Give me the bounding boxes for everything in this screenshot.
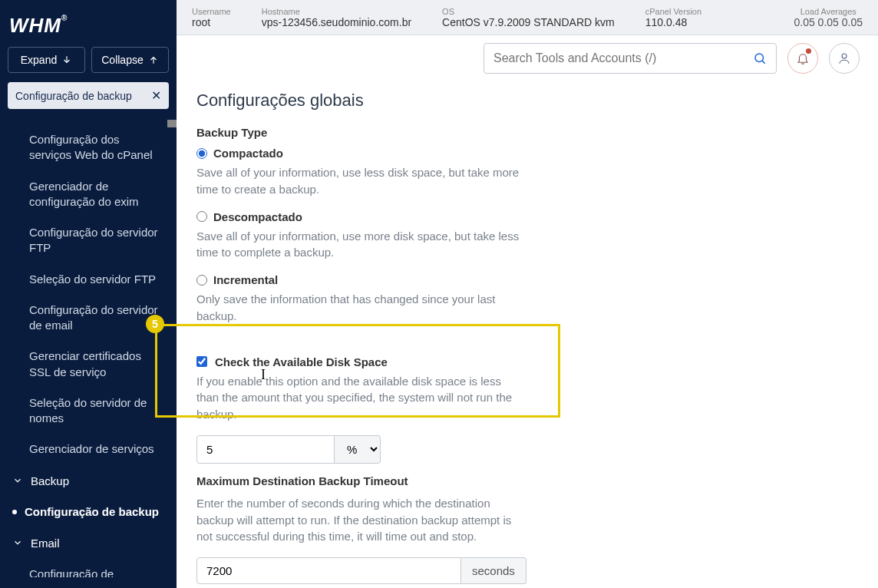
tb-os: OS CentOS v7.9.2009 STANDARD kvm — [442, 7, 615, 28]
sidebar-item-backup-config-active[interactable]: Configuração de backup — [0, 497, 177, 527]
svg-point-0 — [755, 54, 764, 62]
chevron-down-icon — [12, 475, 23, 486]
search-input[interactable] — [493, 51, 753, 65]
timeout-suffix: seconds — [461, 557, 526, 584]
arrow-down-icon — [61, 55, 72, 65]
radio-compactado-desc: Save all of your information, use less d… — [196, 164, 526, 198]
tb-hostname: Hostname vps-123456.seudominio.com.br — [262, 7, 411, 28]
tutorial-step-badge: 5 — [146, 315, 164, 333]
chevron-down-icon — [12, 537, 23, 548]
radio-incremental-row[interactable]: Incremental — [196, 273, 858, 286]
sidebar-item-email-config-partial[interactable]: Configuração de — [0, 559, 177, 577]
check-disk-space-row[interactable]: Check the Available Disk Space — [196, 355, 858, 368]
radio-descompactado-row[interactable]: Descompactado — [196, 210, 858, 223]
radio-descompactado[interactable] — [196, 211, 207, 222]
sidebar-section-email[interactable]: Email — [0, 527, 177, 559]
backup-type-heading: Backup Type — [196, 126, 858, 139]
active-dot-icon — [12, 510, 17, 514]
timeout-desc: Enter the number of seconds during which… — [196, 495, 526, 545]
header-row — [177, 35, 878, 81]
user-icon — [837, 51, 851, 65]
radio-compactado-row[interactable]: Compactado — [196, 147, 858, 160]
global-search[interactable] — [484, 43, 777, 74]
radio-descompactado-desc: Save all of your information, use more d… — [196, 228, 526, 262]
disk-space-value-input[interactable] — [196, 435, 335, 464]
tb-cpanel: cPanel Version 110.0.48 — [645, 7, 701, 28]
sidebar-filter-tag[interactable]: Configuração de backup ✕ — [8, 82, 169, 109]
radio-incremental-desc: Only save the information that has chang… — [196, 291, 526, 325]
whm-logo: WHM® — [9, 14, 68, 37]
sidebar: WHM® Expand Collapse Configuração de bac… — [0, 0, 177, 588]
search-icon[interactable] — [753, 51, 767, 65]
radio-descompactado-label: Descompactado — [213, 210, 302, 223]
check-disk-space[interactable] — [196, 356, 207, 367]
main-content: Configurações globais Backup Type Compac… — [177, 81, 878, 588]
disk-space-unit-select[interactable]: % — [335, 435, 381, 464]
sidebar-item-ftp-selection[interactable]: Seleção do servidor FTP — [0, 264, 177, 295]
arrow-up-icon — [148, 55, 159, 65]
tb-load: Load Averages 0.05 0.05 0.05 — [794, 7, 863, 28]
sidebar-item-nameserver-selection[interactable]: Seleção do servidor de nomes — [0, 388, 177, 434]
clear-filter-icon[interactable]: ✕ — [151, 88, 161, 103]
sidebar-section-backup[interactable]: Backup — [0, 465, 177, 497]
sidebar-item-cpanel-web-services[interactable]: Configuração dos serviços Web do cPanel — [0, 124, 177, 171]
timeout-value-input[interactable] — [196, 557, 461, 584]
sidebar-item-ssl-certs[interactable]: Gerenciar certificados SSL de serviço — [0, 341, 177, 388]
notifications-button[interactable] — [787, 43, 818, 74]
radio-compactado[interactable] — [196, 148, 207, 159]
tb-username: Username root — [192, 7, 231, 28]
sidebar-nav: Configuração dos serviços Web do cPanel … — [0, 120, 177, 577]
disk-space-input-group: % — [196, 435, 858, 464]
radio-incremental[interactable] — [196, 275, 207, 286]
top-info-bar: Username root Hostname vps-123456.seudom… — [177, 0, 878, 35]
sidebar-item-ftp-config[interactable]: Configuração do servidor FTP — [0, 217, 177, 264]
timeout-input-group: seconds — [196, 557, 858, 584]
scrollbar-thumb[interactable] — [167, 120, 177, 127]
check-disk-space-desc: If you enable this option and the availa… — [196, 373, 526, 423]
sidebar-item-service-manager[interactable]: Gerenciador de serviços — [0, 434, 177, 464]
account-button[interactable] — [829, 43, 860, 74]
radio-incremental-label: Incremental — [213, 273, 278, 286]
page-title: Configurações globais — [196, 91, 858, 111]
radio-compactado-label: Compactado — [213, 147, 283, 160]
sidebar-item-exim-config[interactable]: Gerenciador de configuração do exim — [0, 171, 177, 218]
sidebar-filter-text: Configuração de backup — [15, 90, 132, 102]
expand-button[interactable]: Expand — [8, 47, 85, 73]
notification-badge — [806, 48, 811, 54]
svg-point-1 — [842, 54, 847, 58]
check-disk-space-label: Check the Available Disk Space — [215, 355, 388, 368]
logo-area: WHM® — [0, 0, 177, 47]
timeout-heading: Maximum Destination Backup Timeout — [196, 474, 858, 487]
collapse-button[interactable]: Collapse — [91, 47, 169, 73]
